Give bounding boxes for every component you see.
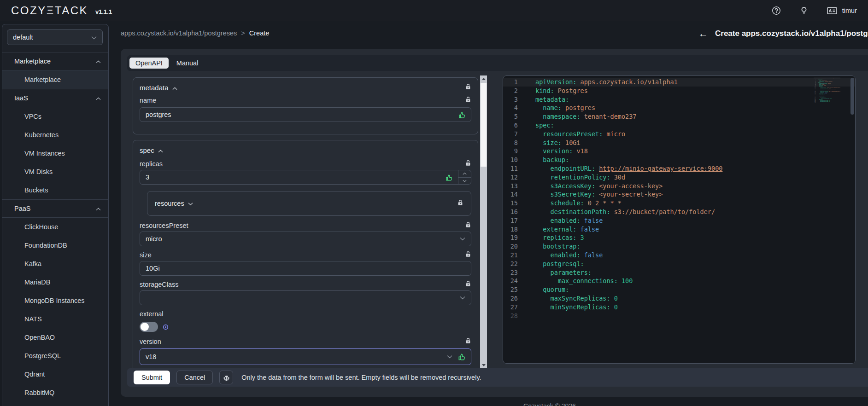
submit-button[interactable]: Submit: [134, 371, 170, 384]
form-scrollbar[interactable]: [480, 75, 487, 368]
tenant-select-value: default: [13, 34, 33, 41]
back-arrow-icon[interactable]: ←: [698, 28, 708, 39]
help-icon[interactable]: [771, 6, 781, 16]
resources-toggle[interactable]: resources: [155, 200, 193, 207]
yaml-editor[interactable]: 1apiVersion: apps.cozystack.io/v1alpha12…: [503, 75, 856, 364]
resources-subsection: resources: [147, 191, 471, 216]
sidebar-item-vpcs[interactable]: VPCs: [2, 107, 108, 126]
debug-button[interactable]: [219, 371, 233, 384]
metadata-section: metadata name: [133, 77, 478, 134]
sidebar-group-marketplace[interactable]: Marketplace: [2, 52, 108, 70]
tab-manual[interactable]: Manual: [170, 58, 205, 69]
breadcrumb: apps.cozystack.io/v1alpha1/postgreses > …: [121, 29, 269, 37]
replicas-input[interactable]: [146, 174, 446, 181]
chevron-up-icon: [96, 94, 101, 102]
editor-line: 19replicas: 3: [503, 233, 855, 242]
chevron-up-icon: [172, 84, 177, 92]
lock-open-icon[interactable]: [465, 251, 471, 259]
size-input-wrap: [140, 261, 471, 276]
user-menu[interactable]: timur: [827, 6, 857, 16]
scrollbar-thumb[interactable]: [481, 83, 487, 167]
chevron-down-icon: [460, 237, 465, 241]
sidebar-item-mariadb[interactable]: MariaDB: [2, 273, 108, 291]
sidebar-item-marketplace[interactable]: Marketplace: [2, 70, 108, 89]
resourcespreset-select[interactable]: micro: [140, 232, 471, 246]
reset-to-default-icon[interactable]: [163, 324, 169, 330]
metadata-section-toggle[interactable]: metadata: [140, 84, 177, 92]
form-scroll-area[interactable]: metadata name spec re: [133, 75, 479, 368]
scrollbar-down-arrow[interactable]: [480, 362, 487, 368]
sidebar: default MarketplaceMarketplaceIaaSVPCsKu…: [2, 24, 109, 406]
scrollbar-up-arrow[interactable]: [480, 75, 487, 82]
lock-open-icon[interactable]: [465, 83, 471, 92]
editor-minimap[interactable]: 1apiVersion: apps.cozystack.io/v1alpha12…: [814, 77, 840, 105]
sidebar-item-nats[interactable]: NATS: [2, 310, 108, 328]
editor-line: 7resourcesPreset: micro: [503, 130, 855, 139]
name-input[interactable]: [146, 111, 458, 118]
editor-line: 28: [503, 312, 855, 320]
lock-open-icon[interactable]: [465, 337, 471, 346]
storageclass-field-label: storageClass: [140, 281, 179, 288]
spec-section-toggle[interactable]: spec: [140, 146, 163, 154]
sidebar-group-paas[interactable]: PaaS: [2, 199, 108, 218]
bug-icon: [223, 374, 230, 382]
sidebar-group-label: IaaS: [14, 94, 28, 102]
name-input-wrap: [140, 107, 471, 122]
chevron-up-icon: [96, 58, 101, 65]
sidebar-item-buckets[interactable]: Buckets: [2, 181, 108, 199]
form-actions-bar: Submit Cancel Only the data from the for…: [127, 368, 868, 387]
editor-line: 17enabled: false: [503, 216, 855, 225]
chevron-down-icon: [447, 355, 452, 359]
version-select[interactable]: v18: [140, 348, 471, 365]
size-field-label: size: [140, 251, 152, 259]
sidebar-item-vm-disks[interactable]: VM Disks: [2, 162, 108, 181]
breadcrumb-path[interactable]: apps.cozystack.io/v1alpha1/postgreses: [121, 29, 237, 37]
sidebar-item-postgresql[interactable]: PostgreSQL: [2, 347, 108, 365]
sidebar-item-rabbitmq[interactable]: RabbitMQ: [2, 383, 108, 402]
size-input[interactable]: [146, 265, 465, 272]
editor-line: 11endpointURL: http://minio-gateway-serv…: [503, 164, 855, 173]
app-header: COZYΞTACK v1.1.1 timur: [0, 0, 868, 21]
sidebar-group-iaas[interactable]: IaaS: [2, 89, 108, 107]
editor-line: 26maxSyncReplicas: 0: [503, 294, 855, 303]
lock-open-icon[interactable]: [465, 160, 471, 168]
lock-open-icon[interactable]: [465, 96, 471, 104]
lock-open-icon[interactable]: [457, 199, 463, 208]
chevron-down-icon: [460, 296, 465, 300]
lock-open-icon[interactable]: [465, 280, 471, 289]
editor-line: 13s3AccessKey: <your-access-key>: [503, 182, 855, 191]
lightbulb-icon[interactable]: [799, 6, 809, 16]
sidebar-item-kubernetes[interactable]: Kubernetes: [2, 126, 108, 144]
editor-line: 20bootstrap:: [503, 242, 855, 251]
stepper-up-icon[interactable]: [458, 170, 471, 178]
storageclass-select[interactable]: [140, 290, 471, 305]
page-title: ← Create apps.cozystack.io/v1alpha1/post…: [698, 28, 868, 39]
cancel-button[interactable]: Cancel: [176, 371, 213, 384]
stepper-down-icon[interactable]: [458, 178, 471, 185]
lock-open-icon[interactable]: [465, 221, 471, 230]
sidebar-item-kafka[interactable]: Kafka: [2, 255, 108, 273]
editor-line: 24max_connections: 100: [503, 277, 855, 285]
editor-line: 9version: v18: [503, 147, 855, 156]
sidebar-item-vm-instances[interactable]: VM Instances: [2, 144, 108, 162]
sidebar-item-mongodb-instances[interactable]: MongoDB Instances: [2, 291, 108, 310]
editor-line: 16destinationPath: s3://bucket/path/to/f…: [503, 208, 855, 216]
external-toggle[interactable]: [140, 322, 158, 332]
page-title-text: Create apps.cozystack.io/v1alpha1/postgr…: [715, 29, 868, 38]
sidebar-item-openbao[interactable]: OpenBAO: [2, 328, 108, 347]
resourcespreset-field-label: resourcesPreset: [140, 222, 188, 229]
sidebar-menu: MarketplaceMarketplaceIaaSVPCsKubernetes…: [2, 52, 108, 402]
sidebar-item-foundationdb[interactable]: FoundationDB: [2, 236, 108, 255]
create-form-card: OpenAPI Manual metadata name: [121, 49, 868, 397]
replicas-stepper: [458, 170, 471, 184]
sidebar-group-label: PaaS: [14, 205, 30, 212]
editor-line: 21enabled: false: [503, 251, 855, 260]
editor-scrollbar[interactable]: [850, 78, 854, 360]
editor-scrollbar-thumb[interactable]: [850, 78, 854, 115]
tenant-select[interactable]: default: [7, 29, 103, 45]
tab-openapi[interactable]: OpenAPI: [129, 58, 169, 69]
external-field-label: external: [140, 310, 164, 318]
toggle-knob: [141, 323, 149, 331]
sidebar-item-clickhouse[interactable]: ClickHouse: [2, 218, 108, 236]
sidebar-item-qdrant[interactable]: Qdrant: [2, 365, 108, 383]
